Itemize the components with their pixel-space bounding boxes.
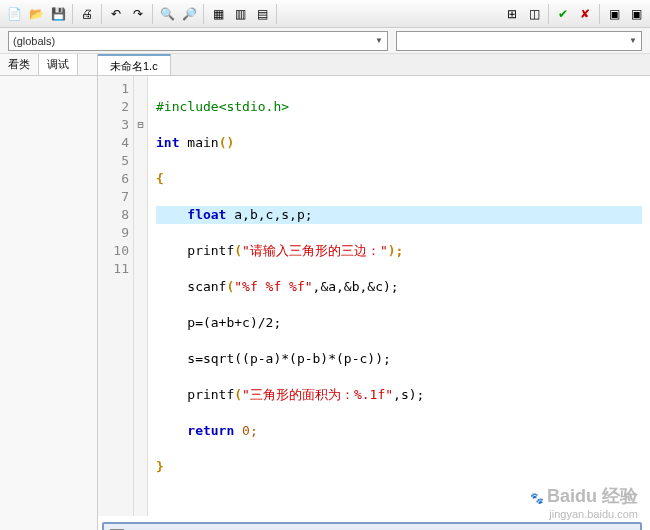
side-tab-debug[interactable]: 调试 xyxy=(39,54,78,75)
toolbar-btn-find[interactable]: 🔍 xyxy=(157,4,177,24)
toolbar-btn-tiles[interactable]: ⊞ xyxy=(502,4,522,24)
toolbar-btn-cross[interactable]: ✘ xyxy=(575,4,595,24)
toolbar-btn-win1[interactable]: ▣ xyxy=(604,4,624,24)
separator xyxy=(101,4,102,24)
toolbar-btn-undo[interactable]: ↶ xyxy=(106,4,126,24)
toolbar-btn-grid3[interactable]: ▤ xyxy=(252,4,272,24)
toolbar-btn-print[interactable]: 🖨 xyxy=(77,4,97,24)
toolbar-btn-redo[interactable]: ↷ xyxy=(128,4,148,24)
toolbar-btn-open[interactable]: 📂 xyxy=(26,4,46,24)
console-window: ▪ D:\Desktop\未命名1.exe 请输入三角形的三边：4 5 8 三角… xyxy=(102,522,642,530)
scope-value: (globals) xyxy=(13,35,55,47)
chevron-down-icon: ▼ xyxy=(375,36,383,45)
member-combo[interactable]: ▼ xyxy=(396,31,642,51)
editor-area: 未命名1.c 1234567891011 ⊟ #include<stdio.h>… xyxy=(98,54,650,530)
toolbar-btn-check[interactable]: ✔ xyxy=(553,4,573,24)
side-panel: 看类 调试 xyxy=(0,54,98,530)
scope-combo[interactable]: (globals) ▼ xyxy=(8,31,388,51)
separator xyxy=(276,4,277,24)
main-toolbar: 📄 📂 💾 🖨 ↶ ↷ 🔍 🔎 ▦ ▥ ▤ ⊞ ◫ ✔ ✘ ▣ ▣ xyxy=(0,0,650,28)
console-titlebar[interactable]: ▪ D:\Desktop\未命名1.exe xyxy=(104,524,640,530)
code-editor[interactable]: 1234567891011 ⊟ #include<stdio.h> int ma… xyxy=(98,76,650,516)
toolbar-btn-grid1[interactable]: ▦ xyxy=(208,4,228,24)
separator xyxy=(599,4,600,24)
file-tab[interactable]: 未命名1.c xyxy=(98,54,171,75)
file-tabs: 未命名1.c xyxy=(98,54,650,76)
fold-gutter: ⊟ xyxy=(134,76,148,516)
toolbar-btn-win2[interactable]: ▣ xyxy=(626,4,646,24)
side-tab-classes[interactable]: 看类 xyxy=(0,54,39,75)
code-body[interactable]: #include<stdio.h> int main() { float a,b… xyxy=(148,76,650,516)
separator xyxy=(203,4,204,24)
toolbar-btn-save[interactable]: 💾 xyxy=(48,4,68,24)
toolbar-btn-grid2[interactable]: ▥ xyxy=(230,4,250,24)
toolbar-btn-toggle[interactable]: ◫ xyxy=(524,4,544,24)
toolbar-btn-zoom[interactable]: 🔎 xyxy=(179,4,199,24)
scope-bar: (globals) ▼ ▼ xyxy=(0,28,650,54)
side-tabs: 看类 调试 xyxy=(0,54,97,76)
line-gutter: 1234567891011 xyxy=(98,76,134,516)
chevron-down-icon: ▼ xyxy=(629,36,637,45)
main-area: 看类 调试 未命名1.c 1234567891011 ⊟ #include<st… xyxy=(0,54,650,530)
separator xyxy=(72,4,73,24)
toolbar-btn-new[interactable]: 📄 xyxy=(4,4,24,24)
separator xyxy=(548,4,549,24)
separator xyxy=(152,4,153,24)
